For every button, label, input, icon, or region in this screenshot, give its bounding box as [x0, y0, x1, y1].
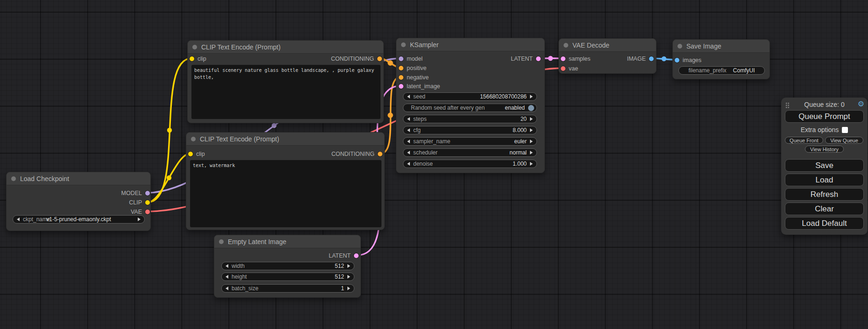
toggle-icon[interactable]: [528, 105, 534, 111]
negative-prompt-textarea[interactable]: text, watermark: [190, 160, 381, 227]
clip-input-port[interactable]: [188, 152, 193, 156]
output-latent[interactable]: LATENT: [511, 55, 541, 63]
input-samples[interactable]: samples: [561, 55, 591, 63]
image-output-port[interactable]: [649, 56, 654, 61]
filename-prefix-widget[interactable]: filename_prefix ComfyUI: [678, 66, 765, 75]
extra-options-checkbox[interactable]: [842, 127, 848, 133]
seed-widget[interactable]: seed 156680208700286: [403, 92, 537, 101]
load-button[interactable]: Load: [785, 174, 864, 186]
collapse-dot-icon[interactable]: [564, 43, 568, 48]
port-label: VAE: [131, 209, 142, 215]
ckpt-name-widget[interactable]: ckpt_name v1-5-pruned-emaonly.ckpt: [13, 215, 145, 224]
height-widget[interactable]: height 512: [221, 273, 354, 281]
node-load-checkpoint[interactable]: Load Checkpoint MODEL CLIP VAE ckpt_name…: [6, 172, 151, 231]
collapse-dot-icon[interactable]: [192, 45, 197, 49]
image-input-port[interactable]: [675, 58, 679, 63]
collapse-dot-icon[interactable]: [677, 44, 682, 49]
node-header[interactable]: Load Checkpoint: [7, 172, 150, 185]
latent-input-port[interactable]: [561, 56, 565, 61]
next-value-icon[interactable]: [530, 151, 533, 154]
input-vae[interactable]: vae: [561, 64, 578, 73]
node-ksampler[interactable]: KSampler model positive negative latent_…: [396, 38, 545, 173]
increment-icon[interactable]: [347, 287, 350, 290]
input-clip[interactable]: clip: [190, 55, 206, 63]
collapse-dot-icon[interactable]: [191, 137, 196, 141]
clear-button[interactable]: Clear: [785, 203, 864, 215]
increment-icon[interactable]: [530, 95, 533, 98]
vae-output-port[interactable]: [145, 210, 150, 214]
clip-output-port[interactable]: [145, 200, 150, 205]
model-input-port[interactable]: [399, 56, 403, 61]
collapse-dot-icon[interactable]: [219, 239, 224, 244]
view-queue-button[interactable]: View Queue: [825, 137, 863, 144]
output-conditioning[interactable]: CONDITIONING: [331, 55, 382, 63]
decrement-icon[interactable]: [226, 275, 228, 279]
batch-size-widget[interactable]: batch_size 1: [221, 284, 354, 293]
node-vae-decode[interactable]: VAE Decode samples vae IMAGE: [558, 38, 656, 74]
output-model[interactable]: MODEL: [121, 189, 150, 197]
decrement-icon[interactable]: [407, 95, 410, 98]
next-value-icon[interactable]: [530, 140, 533, 143]
input-clip[interactable]: clip: [188, 150, 205, 158]
decrement-icon[interactable]: [226, 287, 228, 290]
decrement-icon[interactable]: [226, 264, 228, 268]
widget-label: steps: [413, 116, 427, 122]
scheduler-widget[interactable]: scheduler normal: [403, 148, 537, 157]
node-clip-text-encode-positive[interactable]: CLIP Text Encode (Prompt) clip CONDITION…: [187, 40, 384, 123]
model-output-port[interactable]: [145, 191, 150, 196]
increment-icon[interactable]: [347, 264, 350, 268]
positive-prompt-textarea[interactable]: beautiful scenery nature glass bottle la…: [191, 65, 381, 119]
input-model[interactable]: model: [399, 55, 423, 63]
latent-output-port[interactable]: [354, 253, 359, 258]
collapse-dot-icon[interactable]: [401, 42, 406, 47]
node-header[interactable]: Empty Latent Image: [214, 235, 360, 248]
prev-value-icon[interactable]: [407, 140, 410, 143]
input-positive[interactable]: positive: [399, 64, 426, 72]
input-images[interactable]: images: [675, 56, 701, 64]
cfg-widget[interactable]: cfg 8.000: [403, 126, 537, 134]
output-latent[interactable]: LATENT: [329, 252, 359, 260]
conditioning-output-port[interactable]: [378, 152, 382, 156]
load-default-button[interactable]: Load Default: [785, 217, 864, 230]
output-image[interactable]: IMAGE: [627, 55, 654, 63]
view-history-button[interactable]: View History: [805, 146, 844, 153]
width-widget[interactable]: width 512: [221, 262, 354, 270]
queue-prompt-button[interactable]: Queue Prompt: [785, 110, 864, 123]
steps-widget[interactable]: steps 20: [403, 115, 537, 123]
node-save-image[interactable]: Save Image images filename_prefix ComfyU…: [672, 39, 770, 79]
conditioning-input-port[interactable]: [399, 75, 403, 80]
refresh-button[interactable]: Refresh: [785, 188, 864, 201]
increment-icon[interactable]: [530, 162, 533, 166]
node-header[interactable]: Save Image: [673, 40, 769, 53]
input-negative[interactable]: negative: [399, 73, 429, 82]
node-header[interactable]: CLIP Text Encode (Prompt): [188, 41, 383, 54]
latent-output-port[interactable]: [536, 56, 541, 61]
decrement-icon[interactable]: [407, 128, 410, 132]
output-conditioning[interactable]: CONDITIONING: [332, 150, 382, 158]
increment-icon[interactable]: [530, 128, 533, 132]
latent-input-port[interactable]: [399, 84, 403, 89]
vae-input-port[interactable]: [561, 66, 565, 71]
increment-icon[interactable]: [347, 275, 350, 279]
output-clip[interactable]: CLIP: [129, 198, 150, 207]
node-header[interactable]: KSampler: [396, 38, 544, 51]
collapse-dot-icon[interactable]: [11, 176, 16, 181]
input-latent-image[interactable]: latent_image: [399, 82, 440, 91]
increment-icon[interactable]: [530, 117, 533, 121]
decrement-icon[interactable]: [407, 162, 410, 166]
node-header[interactable]: CLIP Text Encode (Prompt): [186, 133, 384, 146]
node-clip-text-encode-negative[interactable]: CLIP Text Encode (Prompt) clip CONDITION…: [186, 132, 385, 230]
sampler-name-widget[interactable]: sampler_name euler: [403, 137, 537, 146]
conditioning-output-port[interactable]: [377, 56, 382, 61]
node-empty-latent-image[interactable]: Empty Latent Image LATENT width 512 heig…: [214, 235, 361, 298]
gear-icon[interactable]: ⚙: [858, 99, 864, 108]
queue-front-button[interactable]: Queue Front: [785, 137, 823, 144]
decrement-icon[interactable]: [407, 117, 410, 121]
node-header[interactable]: VAE Decode: [559, 39, 656, 52]
clip-input-port[interactable]: [190, 56, 194, 61]
random-seed-widget[interactable]: Random seed after every gen enabled: [403, 104, 537, 112]
denoise-widget[interactable]: denoise 1.000: [403, 160, 537, 168]
save-button[interactable]: Save: [785, 159, 864, 172]
prev-value-icon[interactable]: [407, 151, 410, 154]
conditioning-input-port[interactable]: [399, 66, 403, 70]
